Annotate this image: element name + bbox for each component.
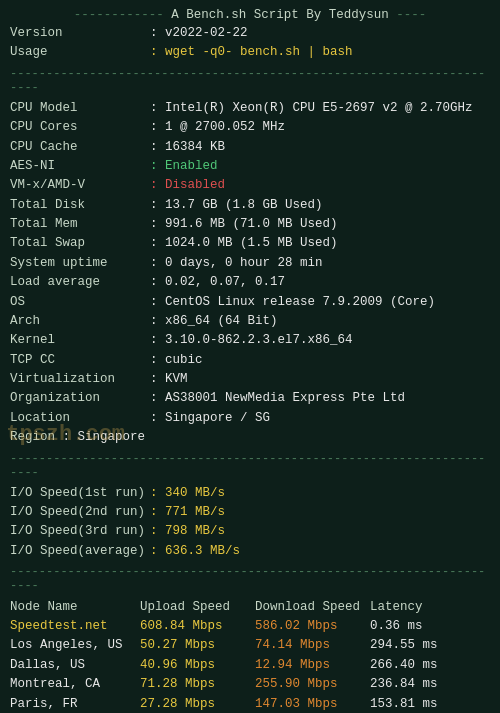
vm-label: VM-x/AMD-V (10, 176, 150, 195)
usage-row: Usage : wget -q0- bench.sh | bash (10, 43, 490, 62)
network-latency: 294.55 ms (370, 636, 490, 655)
network-upload-speed: 40.96 Mbps (140, 656, 255, 675)
network-node-name: Paris, FR (10, 695, 140, 714)
disk-value: : 13.7 GB (1.8 GB Used) (150, 196, 323, 215)
mem-label: Total Mem (10, 215, 150, 234)
load-value: : 0.02, 0.07, 0.17 (150, 273, 285, 292)
region-label: Region (10, 430, 55, 444)
network-upload-speed: 27.28 Mbps (140, 695, 255, 714)
aes-row: AES-NI : Enabled (10, 157, 490, 176)
network-table-row: Paris, FR 27.28 Mbps 147.03 Mbps 153.81 … (10, 695, 490, 714)
network-upload-speed: 71.28 Mbps (140, 675, 255, 694)
tcp-row: TCP CC : cubic (10, 351, 490, 370)
vm-row: VM-x/AMD-V : Disabled (10, 176, 490, 195)
os-value: : CentOS Linux release 7.9.2009 (Core) (150, 293, 435, 312)
arch-row: Arch : x86_64 (64 Bit) (10, 312, 490, 331)
org-row: Organization : AS38001 NewMedia Express … (10, 389, 490, 408)
virt-row: Virtualization : KVM (10, 370, 490, 389)
network-latency: 153.81 ms (370, 695, 490, 714)
org-value: : AS38001 NewMedia Express Pte Ltd (150, 389, 405, 408)
usage-label: Usage (10, 43, 150, 62)
network-table-header: Node Name Upload Speed Download Speed La… (10, 597, 490, 617)
location-value: : Singapore / SG (150, 409, 270, 428)
terminal: ------------ A Bench.sh Script By Teddys… (10, 8, 490, 713)
disk-row: Total Disk : 13.7 GB (1.8 GB Used) (10, 196, 490, 215)
network-section: Node Name Upload Speed Download Speed La… (10, 597, 490, 713)
col-download-header: Download Speed (255, 597, 370, 617)
io-speed3-label: I/O Speed(3rd run) (10, 522, 150, 541)
version-section: Version : v2022-02-22 Usage : wget -q0- … (10, 24, 490, 63)
tcp-value: : cubic (150, 351, 203, 370)
io-speed2-row: I/O Speed(2nd run) : 771 MB/s (10, 503, 490, 522)
kernel-value: : 3.10.0-862.2.3.el7.x86_64 (150, 331, 353, 350)
kernel-row: Kernel : 3.10.0-862.2.3.el7.x86_64 (10, 331, 490, 350)
io-avg-value: : 636.3 MB/s (150, 542, 240, 561)
network-upload-speed: 50.27 Mbps (140, 636, 255, 655)
org-label: Organization (10, 389, 150, 408)
aes-label: AES-NI (10, 157, 150, 176)
col-upload-header: Upload Speed (140, 597, 255, 617)
divider-2: ----------------------------------------… (10, 452, 490, 480)
swap-value: : 1024.0 MB (1.5 MB Used) (150, 234, 338, 253)
location-row: Location : Singapore / SG (10, 409, 490, 428)
mem-row: Total Mem : 991.6 MB (71.0 MB Used) (10, 215, 490, 234)
network-table-body: Speedtest.net 608.84 Mbps 586.02 Mbps 0.… (10, 617, 490, 713)
mem-value: : 991.6 MB (71.0 MB Used) (150, 215, 338, 234)
network-table-row: Montreal, CA 71.28 Mbps 255.90 Mbps 236.… (10, 675, 490, 694)
os-row: OS : CentOS Linux release 7.9.2009 (Core… (10, 293, 490, 312)
io-speed1-value: : 340 MB/s (150, 484, 225, 503)
disk-label: Total Disk (10, 196, 150, 215)
io-speed1-label: I/O Speed(1st run) (10, 484, 150, 503)
region-row: Region : Singapore tpszh.com (10, 428, 145, 447)
io-speed2-value: : 771 MB/s (150, 503, 225, 522)
network-download-speed: 74.14 Mbps (255, 636, 370, 655)
kernel-label: Kernel (10, 331, 150, 350)
cpu-cores-row: CPU Cores : 1 @ 2700.052 MHz (10, 118, 490, 137)
network-node-name: Los Angeles, US (10, 636, 140, 655)
network-table-row: Dallas, US 40.96 Mbps 12.94 Mbps 266.40 … (10, 656, 490, 675)
arch-label: Arch (10, 312, 150, 331)
cpu-model-value: : Intel(R) Xeon(R) CPU E5-2697 v2 @ 2.70… (150, 99, 473, 118)
network-node-name: Speedtest.net (10, 617, 140, 636)
network-table-row: Los Angeles, US 50.27 Mbps 74.14 Mbps 29… (10, 636, 490, 655)
cpu-model-row: CPU Model : Intel(R) Xeon(R) CPU E5-2697… (10, 99, 490, 118)
io-avg-label: I/O Speed(average) (10, 542, 150, 561)
uptime-value: : 0 days, 0 hour 28 min (150, 254, 323, 273)
network-download-speed: 12.94 Mbps (255, 656, 370, 675)
io-speed3-value: : 798 MB/s (150, 522, 225, 541)
cpu-cache-value: : 16384 KB (150, 138, 225, 157)
divider-1: ----------------------------------------… (10, 67, 490, 95)
divider-3: ----------------------------------------… (10, 565, 490, 593)
network-node-name: Montreal, CA (10, 675, 140, 694)
io-speed1-row: I/O Speed(1st run) : 340 MB/s (10, 484, 490, 503)
network-download-speed: 147.03 Mbps (255, 695, 370, 714)
header-title-text: A Bench.sh Script By Teddysun (171, 8, 389, 22)
io-speed2-label: I/O Speed(2nd run) (10, 503, 150, 522)
network-download-speed: 255.90 Mbps (255, 675, 370, 694)
network-latency: 236.84 ms (370, 675, 490, 694)
io-section: I/O Speed(1st run) : 340 MB/s I/O Speed(… (10, 484, 490, 562)
arch-value: : x86_64 (64 Bit) (150, 312, 278, 331)
version-value: : v2022-02-22 (150, 24, 248, 43)
version-label: Version (10, 24, 150, 43)
uptime-row: System uptime : 0 days, 0 hour 28 min (10, 254, 490, 273)
virt-label: Virtualization (10, 370, 150, 389)
location-label: Location (10, 409, 150, 428)
region-value: : Singapore (63, 430, 146, 444)
io-avg-row: I/O Speed(average) : 636.3 MB/s (10, 542, 490, 561)
network-latency: 266.40 ms (370, 656, 490, 675)
header-divider: ------------ A Bench.sh Script By Teddys… (10, 8, 490, 22)
network-upload-speed: 608.84 Mbps (140, 617, 255, 636)
version-row: Version : v2022-02-22 (10, 24, 490, 43)
cpu-cores-label: CPU Cores (10, 118, 150, 137)
header-title-right: ---- (389, 8, 427, 22)
cpu-cache-label: CPU Cache (10, 138, 150, 157)
col-latency-header: Latency (370, 597, 490, 617)
swap-row: Total Swap : 1024.0 MB (1.5 MB Used) (10, 234, 490, 253)
col-node-header: Node Name (10, 597, 140, 617)
vm-value: : Disabled (150, 176, 225, 195)
cpu-cores-value: : 1 @ 2700.052 MHz (150, 118, 285, 137)
network-node-name: Dallas, US (10, 656, 140, 675)
tcp-label: TCP CC (10, 351, 150, 370)
os-label: OS (10, 293, 150, 312)
